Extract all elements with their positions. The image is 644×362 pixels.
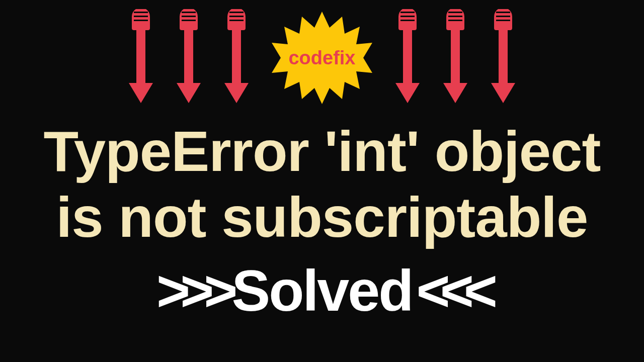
solved-label: >>> Solved <<<	[156, 257, 488, 324]
error-line-1: TypeError 'int' object	[44, 118, 601, 184]
top-ornament-section: codefix	[131, 8, 513, 108]
error-line-2: is not subscriptable	[44, 184, 601, 250]
chevron-right-triple-icon: >>>	[156, 257, 227, 324]
solved-word: Solved	[231, 257, 412, 324]
left-arrow-group	[131, 8, 247, 108]
down-arrow-icon	[445, 8, 465, 108]
down-arrow-icon	[397, 8, 418, 108]
down-arrow-icon	[131, 8, 151, 108]
starburst-badge: codefix	[272, 8, 372, 108]
right-arrow-group	[397, 8, 513, 108]
chevron-left-triple-icon: <<<	[417, 257, 488, 324]
down-arrow-icon	[226, 8, 247, 108]
error-message: TypeError 'int' object is not subscripta…	[44, 118, 601, 250]
badge-text: codefix	[288, 47, 355, 69]
down-arrow-icon	[179, 8, 199, 108]
down-arrow-icon	[493, 8, 513, 108]
